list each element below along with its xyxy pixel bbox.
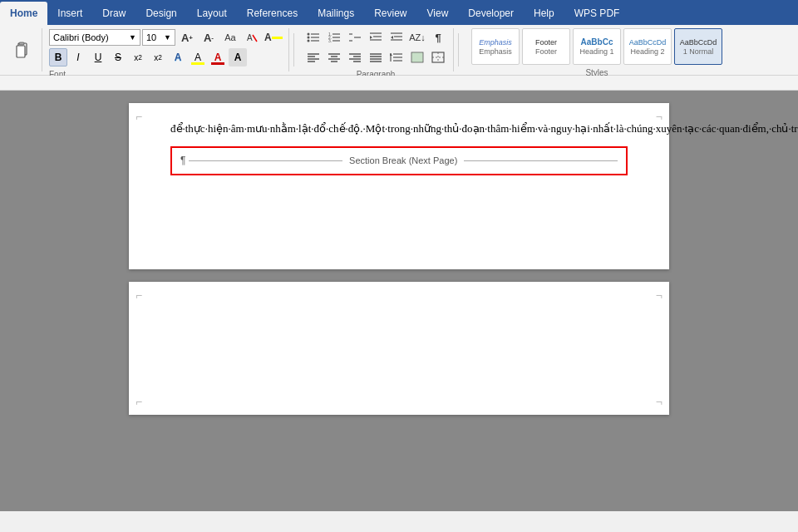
bullet-list-button[interactable] — [303, 28, 323, 47]
tab-review[interactable]: Review — [364, 2, 416, 25]
char-shading-button[interactable]: A — [229, 48, 247, 66]
subscript-button[interactable]: x2 — [129, 48, 147, 66]
tab-insert[interactable]: Insert — [47, 2, 92, 25]
font-color-highlight-button[interactable]: A — [264, 28, 283, 47]
page2-content — [129, 282, 669, 327]
style-normal[interactable]: AaBbCcDd 1 Normal — [674, 28, 722, 65]
svg-rect-53 — [8, 76, 790, 90]
ribbon-toolbar: Calibri (Body) ▼ 10 ▼ A+ A- Aa A A B I U… — [0, 25, 798, 76]
style-heading2[interactable]: AaBbCcDd Heading 2 — [623, 28, 672, 65]
styles-group: Emphasis Emphasis Footer Footer AaBbCc H… — [463, 28, 731, 71]
tab-references[interactable]: References — [237, 2, 308, 25]
svg-rect-2 — [19, 42, 24, 45]
font-name-selector[interactable]: Calibri (Body) ▼ — [49, 29, 140, 46]
page2-corner-tr: ⌐ — [656, 288, 663, 302]
font-dropdown-icon: ▼ — [129, 33, 136, 42]
justify-button[interactable] — [366, 48, 386, 66]
page-2: ⌐ ⌐ ⌐ ⌐ — [129, 282, 669, 415]
superscript-button[interactable]: x2 — [149, 48, 167, 66]
tab-mailings[interactable]: Mailings — [308, 2, 364, 25]
highlight-color-button[interactable]: A — [189, 48, 207, 66]
change-case-button[interactable]: Aa — [220, 28, 240, 47]
decrease-font-button[interactable]: A- — [199, 28, 219, 47]
svg-point-7 — [308, 37, 310, 39]
tab-layout[interactable]: Layout — [187, 2, 237, 25]
svg-text:A: A — [247, 33, 253, 42]
section-break-label: Section Break (Next Page) — [342, 154, 464, 169]
corner-tr: ⌐ — [656, 110, 663, 123]
clipboard-group — [5, 28, 42, 71]
style-footer[interactable]: Footer Footer — [522, 28, 570, 65]
page2-corner-bl: ⌐ — [135, 395, 142, 408]
svg-rect-49 — [411, 52, 423, 62]
svg-line-4 — [253, 35, 257, 42]
decrease-indent-button[interactable] — [366, 28, 386, 47]
separator2 — [458, 33, 459, 66]
style-emphasis[interactable]: Emphasis Emphasis — [471, 28, 520, 65]
styles-gallery: Emphasis Emphasis Footer Footer AaBbCc H… — [468, 28, 726, 65]
paragraph-group: 1.2.3. AZ↓ ¶ — [298, 28, 454, 71]
page2-corner-tl: ⌐ — [135, 288, 142, 302]
pilcrow-mark: ¶ — [180, 153, 185, 169]
increase-indent-button[interactable] — [387, 28, 406, 47]
tab-home[interactable]: Home — [0, 2, 47, 25]
svg-rect-1 — [17, 46, 25, 57]
document-area: để·thực·hiện·âm·mưu·nhằm·lật·đổ·chế·độ.·… — [0, 91, 798, 511]
svg-marker-27 — [391, 36, 393, 39]
numbered-list-button[interactable]: 1.2.3. — [324, 28, 344, 47]
style-heading1[interactable]: AaBbCc Heading 1 — [573, 28, 621, 65]
page2-corner-br: ⌐ — [656, 395, 663, 408]
svg-text:3.: 3. — [328, 38, 332, 43]
borders-button[interactable] — [428, 48, 448, 66]
tab-view[interactable]: View — [417, 2, 459, 25]
ruler — [0, 76, 798, 91]
ribbon-tabs: Home Insert Draw Design Layout Reference… — [0, 0, 798, 25]
svg-marker-23 — [370, 36, 372, 39]
multilevel-list-button[interactable] — [345, 28, 365, 47]
ruler-content — [8, 76, 790, 90]
align-left-button[interactable] — [303, 48, 323, 66]
size-dropdown-icon: ▼ — [164, 33, 171, 42]
tab-draw[interactable]: Draw — [92, 2, 135, 25]
break-hr-right — [464, 160, 618, 161]
bold-button[interactable]: B — [49, 48, 67, 66]
text-highlight-button[interactable]: A — [169, 48, 187, 66]
tab-wpspdf[interactable]: WPS PDF — [564, 2, 630, 25]
svg-point-5 — [308, 33, 310, 36]
italic-button[interactable]: I — [69, 48, 87, 66]
tab-help[interactable]: Help — [524, 2, 564, 25]
font-color-button[interactable]: A — [209, 48, 227, 66]
font-group: Calibri (Body) ▼ 10 ▼ A+ A- Aa A A B I U… — [44, 28, 289, 71]
paste-button[interactable] — [10, 35, 35, 65]
shading-button[interactable] — [407, 48, 427, 66]
section-break-box: ¶ Section Break (Next Page) — [170, 146, 628, 175]
tab-design[interactable]: Design — [135, 2, 186, 25]
clear-formatting-button[interactable]: A — [242, 28, 262, 47]
sort-button[interactable]: AZ↓ — [407, 28, 427, 47]
font-size-selector[interactable]: 10 ▼ — [142, 29, 175, 46]
section-break-line: ¶ Section Break (Next Page) — [180, 153, 618, 169]
line-spacing-button[interactable] — [387, 48, 406, 66]
show-paragraph-button[interactable]: ¶ — [428, 28, 448, 47]
align-center-button[interactable] — [324, 48, 344, 66]
strikethrough-button[interactable]: S — [109, 48, 127, 66]
separator1 — [293, 33, 294, 66]
underline-button[interactable]: U — [89, 48, 107, 66]
tab-developer[interactable]: Developer — [458, 2, 524, 25]
increase-font-button[interactable]: A+ — [177, 28, 197, 47]
align-right-button[interactable] — [345, 48, 365, 66]
break-hr-left — [189, 160, 342, 161]
page-1: để·thực·hiện·âm·mưu·nhằm·lật·đổ·chế·độ.·… — [129, 103, 669, 269]
svg-point-9 — [308, 40, 310, 42]
corner-tl: ⌐ — [135, 110, 142, 123]
document-paragraph: để·thực·hiện·âm·mưu·nhằm·lật·đổ·chế·độ.·… — [170, 120, 628, 138]
page-content-1: để·thực·hiện·âm·mưu·nhằm·lật·đổ·chế·độ.·… — [129, 103, 669, 209]
